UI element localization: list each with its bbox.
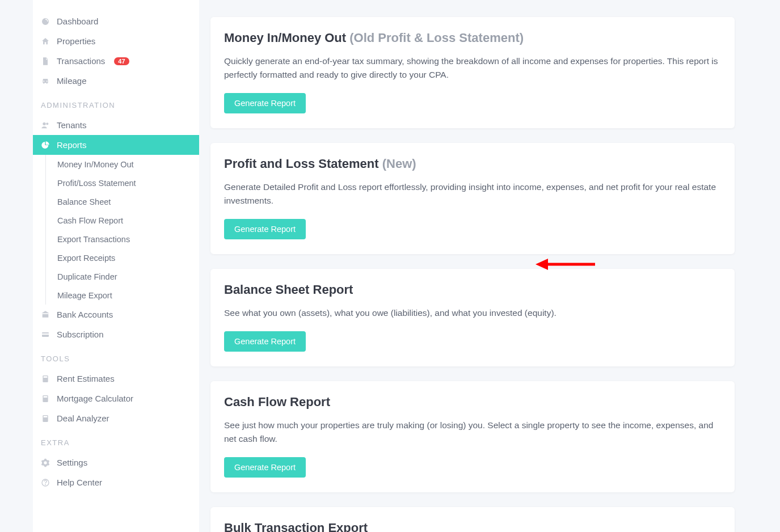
- generate-report-button[interactable]: Generate Report: [224, 219, 306, 239]
- report-title: Bulk Transaction Export: [224, 521, 721, 532]
- subnav-export-receipts[interactable]: Export Receipts: [46, 248, 199, 267]
- report-card-money-in-out: Money In/Money Out (Old Profit & Loss St…: [210, 17, 735, 128]
- report-description: See what you own (assets), what you owe …: [224, 306, 721, 320]
- calculator-icon: [41, 414, 50, 423]
- svg-rect-9: [44, 416, 48, 417]
- subnav-label: Export Receipts: [57, 254, 115, 263]
- car-icon: [41, 77, 50, 86]
- subnav-label: Balance Sheet: [57, 197, 111, 206]
- sidebar-item-rent-estimates[interactable]: Rent Estimates: [33, 369, 199, 389]
- sidebar-item-label: Mileage: [57, 76, 87, 86]
- sidebar: Dashboard Properties Transactions 47 Mil…: [33, 0, 199, 532]
- reports-subnav: Money In/Money Out Profit/Loss Statement…: [45, 155, 199, 305]
- sidebar-item-label: Bank Accounts: [57, 310, 113, 319]
- section-header-tools: TOOLS: [33, 344, 199, 369]
- subnav-label: Cash Flow Report: [57, 216, 123, 225]
- report-description: See just how much your properties are tr…: [224, 419, 721, 446]
- sidebar-item-label: Help Center: [57, 478, 102, 487]
- sidebar-item-properties[interactable]: Properties: [33, 31, 199, 51]
- report-description: Generate Detailed Profit and Loss report…: [224, 180, 721, 208]
- subnav-label: Mileage Export: [57, 291, 112, 300]
- report-title: Cash Flow Report: [224, 395, 721, 409]
- sidebar-item-reports[interactable]: Reports: [33, 135, 199, 155]
- sidebar-item-label: Dashboard: [57, 16, 98, 26]
- transactions-badge: 47: [114, 57, 129, 65]
- sidebar-item-label: Subscription: [57, 330, 104, 339]
- report-title: Balance Sheet Report: [224, 282, 721, 297]
- sidebar-item-subscription[interactable]: Subscription: [33, 324, 199, 344]
- report-title: Money In/Money Out (Old Profit & Loss St…: [224, 31, 721, 45]
- sidebar-item-label: Tenants: [57, 120, 87, 130]
- users-icon: [41, 121, 50, 130]
- sidebar-item-label: Settings: [57, 458, 87, 467]
- subnav-profit-loss[interactable]: Profit/Loss Statement: [46, 174, 199, 192]
- subnav-duplicate-finder[interactable]: Duplicate Finder: [46, 267, 199, 286]
- main-content: Money In/Money Out (Old Profit & Loss St…: [199, 0, 780, 532]
- svg-point-11: [45, 484, 46, 485]
- svg-rect-7: [44, 396, 48, 398]
- subnav-label: Money In/Money Out: [57, 160, 134, 169]
- generate-report-button[interactable]: Generate Report: [224, 93, 306, 113]
- report-title: Profit and Loss Statement (New): [224, 157, 721, 171]
- gauge-icon: [41, 17, 50, 26]
- sidebar-item-dashboard[interactable]: Dashboard: [33, 11, 199, 31]
- sidebar-item-tenants[interactable]: Tenants: [33, 115, 199, 135]
- help-icon: [41, 478, 50, 487]
- report-card-bulk-export: Bulk Transaction Export Export a raw dat…: [210, 507, 735, 532]
- subnav-label: Export Transactions: [57, 235, 130, 244]
- svg-point-1: [46, 123, 48, 125]
- calculator-icon: [41, 394, 50, 403]
- sidebar-item-label: Reports: [57, 140, 87, 150]
- section-header-extra: EXTRA: [33, 428, 199, 453]
- svg-point-0: [43, 122, 45, 125]
- subnav-label: Profit/Loss Statement: [57, 179, 136, 188]
- sidebar-item-mortgage-calculator[interactable]: Mortgage Calculator: [33, 389, 199, 408]
- report-card-balance-sheet: Balance Sheet Report See what you own (a…: [210, 269, 735, 366]
- section-header-administration: ADMINISTRATION: [33, 91, 199, 115]
- report-card-cash-flow: Cash Flow Report See just how much your …: [210, 381, 735, 492]
- sidebar-item-mileage[interactable]: Mileage: [33, 71, 199, 91]
- bank-icon: [41, 310, 50, 319]
- subnav-balance-sheet[interactable]: Balance Sheet: [46, 192, 199, 211]
- sidebar-item-settings[interactable]: Settings: [33, 453, 199, 472]
- sidebar-item-transactions[interactable]: Transactions 47: [33, 51, 199, 71]
- svg-marker-13: [536, 259, 548, 270]
- sidebar-item-label: Properties: [57, 36, 95, 46]
- sidebar-item-label: Deal Analyzer: [57, 413, 109, 423]
- chart-pie-icon: [41, 141, 50, 150]
- subnav-money-in-out[interactable]: Money In/Money Out: [46, 155, 199, 174]
- sidebar-item-deal-analyzer[interactable]: Deal Analyzer: [33, 408, 199, 428]
- svg-rect-3: [42, 333, 49, 335]
- generate-report-button[interactable]: Generate Report: [224, 457, 306, 478]
- subnav-mileage-export[interactable]: Mileage Export: [46, 286, 199, 305]
- home-icon: [41, 37, 50, 46]
- report-description: Quickly generate an end-of-year tax summ…: [224, 54, 721, 82]
- svg-rect-5: [44, 376, 48, 378]
- report-card-profit-loss: Profit and Loss Statement (New) Generate…: [210, 143, 735, 254]
- gear-icon: [41, 458, 50, 467]
- generate-report-button[interactable]: Generate Report: [224, 331, 306, 352]
- calculator-icon: [41, 374, 50, 383]
- sidebar-item-label: Transactions: [57, 56, 105, 66]
- file-icon: [41, 57, 50, 66]
- sidebar-item-bank-accounts[interactable]: Bank Accounts: [33, 305, 199, 324]
- subnav-export-transactions[interactable]: Export Transactions: [46, 230, 199, 248]
- sidebar-item-help-center[interactable]: Help Center: [33, 472, 199, 492]
- subnav-cash-flow[interactable]: Cash Flow Report: [46, 211, 199, 230]
- card-icon: [41, 330, 50, 339]
- subnav-label: Duplicate Finder: [57, 272, 117, 281]
- sidebar-item-label: Mortgage Calculator: [57, 394, 133, 403]
- sidebar-item-label: Rent Estimates: [57, 374, 115, 383]
